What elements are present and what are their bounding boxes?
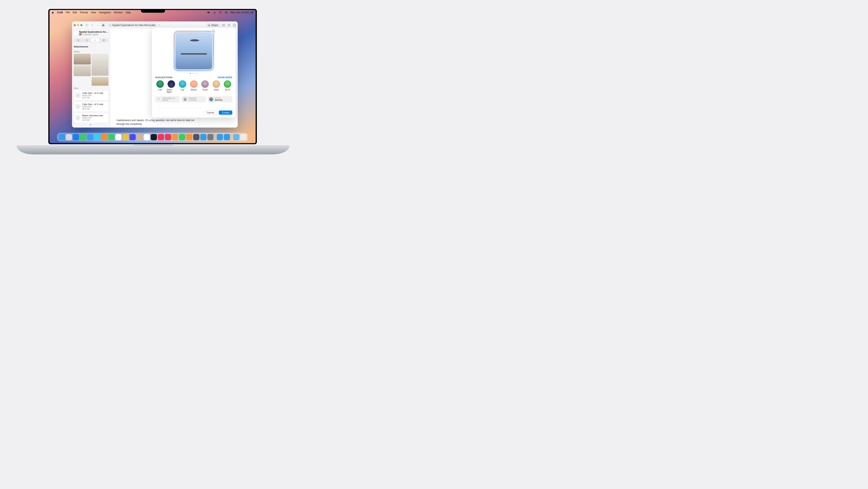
- person-chip[interactable]: PERSONCHOOSE...: [182, 96, 206, 102]
- dock-app[interactable]: [151, 134, 157, 140]
- media-thumbnail[interactable]: [74, 54, 91, 65]
- dock-app[interactable]: [101, 134, 107, 140]
- share-label: Share: [211, 24, 218, 27]
- craft-window: ≡ Spatial Explorations for New Microcafe…: [72, 22, 238, 128]
- describe-image-chip[interactable]: DESCRIBE ANIMAGE: [155, 96, 180, 102]
- seg-attachments-icon[interactable]: [91, 38, 100, 42]
- dock-app[interactable]: [193, 134, 199, 140]
- dock-app[interactable]: [186, 134, 192, 140]
- suggestion-beach[interactable]: Beach: [189, 80, 198, 93]
- suggestion-scarf[interactable]: Scarf: [200, 80, 210, 93]
- sidebar-pager[interactable]: [74, 124, 108, 125]
- document-body-text[interactable]: maintenance and repairs. It's a big ques…: [117, 119, 195, 126]
- nav-back-button[interactable]: [90, 23, 94, 28]
- svg-point-29: [185, 98, 186, 99]
- menubar-item-format[interactable]: Format: [80, 11, 88, 14]
- dock-app[interactable]: [233, 134, 239, 140]
- add-tab-button[interactable]: [157, 23, 162, 28]
- sidebar-view-segmented[interactable]: [74, 38, 108, 42]
- wifi-icon[interactable]: [213, 11, 216, 14]
- file-row[interactable]: Cafe Own...of 2.m4a Audio File 62.0 KB: [74, 90, 108, 100]
- file-name: Baker Interview.m4a: [82, 114, 103, 117]
- style-chip[interactable]: STYLESKETCH: [208, 96, 232, 102]
- svg-rect-5: [225, 12, 226, 12]
- sidebar-doc-space[interactable]: In Ajung's Space: [79, 33, 108, 36]
- media-thumbnail[interactable]: [74, 65, 91, 76]
- dock-app[interactable]: [80, 134, 86, 140]
- dock-app[interactable]: [207, 134, 214, 140]
- sidebar-toggle-button[interactable]: [85, 23, 89, 28]
- suggestion-fall[interactable]: Fall: [155, 80, 165, 93]
- inspector-toggle-icon[interactable]: [233, 24, 236, 27]
- share-button[interactable]: Share: [206, 23, 220, 27]
- space-avatar: [79, 33, 82, 36]
- dock-app[interactable]: [165, 134, 171, 140]
- menubar-app-name[interactable]: Craft: [57, 11, 63, 14]
- menubar-item-view[interactable]: View: [91, 11, 96, 14]
- dock-app[interactable]: [224, 134, 230, 140]
- svg-point-20: [77, 96, 78, 96]
- play-button[interactable]: [222, 24, 225, 27]
- media-thumbnail[interactable]: [92, 54, 108, 76]
- menubar-item-file[interactable]: File: [66, 11, 70, 14]
- svg-rect-1: [208, 12, 209, 13]
- document-title-pill[interactable]: ≡ Spatial Explorations for New Microcafe: [107, 23, 157, 27]
- dock-app[interactable]: [66, 134, 72, 140]
- show-more-button[interactable]: SHOW MORE: [218, 76, 232, 79]
- media-thumbnail[interactable]: [92, 77, 108, 86]
- nav-forward-button[interactable]: [95, 23, 100, 28]
- generated-image-preview[interactable]: [174, 31, 214, 71]
- file-row[interactable]: Baker Interview.m4a Audio File 34.0 KB: [74, 113, 108, 123]
- dock-app[interactable]: [115, 134, 122, 140]
- seg-layout-icon[interactable]: [99, 38, 108, 42]
- dock-app[interactable]: [108, 134, 115, 140]
- macos-dock[interactable]: [57, 133, 248, 141]
- file-size: 34.0 KB: [82, 119, 103, 121]
- notifications-off-icon[interactable]: [227, 24, 230, 27]
- dock-app[interactable]: [158, 134, 164, 140]
- create-button[interactable]: Create: [219, 110, 232, 115]
- editor-area[interactable]: maintenance and repairs. It's a big ques…: [110, 29, 199, 128]
- seg-list-icon[interactable]: [74, 38, 83, 42]
- svg-rect-8: [226, 13, 227, 13]
- dock-app[interactable]: [73, 134, 79, 140]
- dock-app[interactable]: [217, 134, 223, 140]
- suggestion-city[interactable]: City: [178, 80, 187, 93]
- svg-point-28: [214, 31, 214, 32]
- dock-app[interactable]: [129, 134, 136, 140]
- traffic-lights[interactable]: [74, 24, 83, 26]
- menubar-item-help[interactable]: Help: [126, 11, 131, 14]
- dock-app[interactable]: [144, 134, 150, 140]
- dock-app[interactable]: [200, 134, 207, 140]
- image-carousel-dots[interactable]: [155, 73, 232, 74]
- dock-app[interactable]: [240, 134, 246, 140]
- suggestion-scifi[interactable]: Sci-Fi: [223, 80, 232, 93]
- svg-point-3: [219, 11, 221, 13]
- dock-app[interactable]: [59, 134, 65, 140]
- dock-app[interactable]: [87, 134, 93, 140]
- spotlight-icon[interactable]: [219, 11, 222, 14]
- dock-app[interactable]: [172, 134, 178, 140]
- audio-file-icon: [75, 115, 81, 121]
- home-button[interactable]: [101, 23, 106, 28]
- files-label: Files: [74, 87, 108, 90]
- menubar-item-navigation[interactable]: Navigation: [99, 11, 111, 14]
- image-more-button[interactable]: [211, 29, 215, 34]
- dock-app[interactable]: [136, 134, 143, 140]
- dock-app[interactable]: [94, 134, 100, 140]
- cancel-button[interactable]: Cancel: [204, 110, 217, 115]
- battery-icon[interactable]: [207, 11, 210, 14]
- apple-logo-icon: [52, 11, 54, 14]
- file-row[interactable]: Cafe Own...of 2.m4a Audio File 30.0 KB: [74, 102, 108, 111]
- menubar-item-edit[interactable]: Edit: [73, 11, 77, 14]
- menubar-clock[interactable]: Mon Jun 10 9:41 AM: [230, 11, 253, 14]
- dock-app[interactable]: [122, 134, 129, 140]
- dock-app[interactable]: [179, 134, 185, 140]
- seg-nolink-icon[interactable]: [83, 38, 91, 42]
- control-center-icon[interactable]: [225, 11, 228, 14]
- suggestion-starry-night[interactable]: Starry Night: [166, 80, 176, 93]
- suggestion-artist[interactable]: Artist: [212, 80, 221, 93]
- menubar-item-window[interactable]: Window: [114, 11, 123, 14]
- svg-rect-11: [209, 25, 210, 26]
- suggestions-label: SUGGESTIONS: [155, 76, 173, 79]
